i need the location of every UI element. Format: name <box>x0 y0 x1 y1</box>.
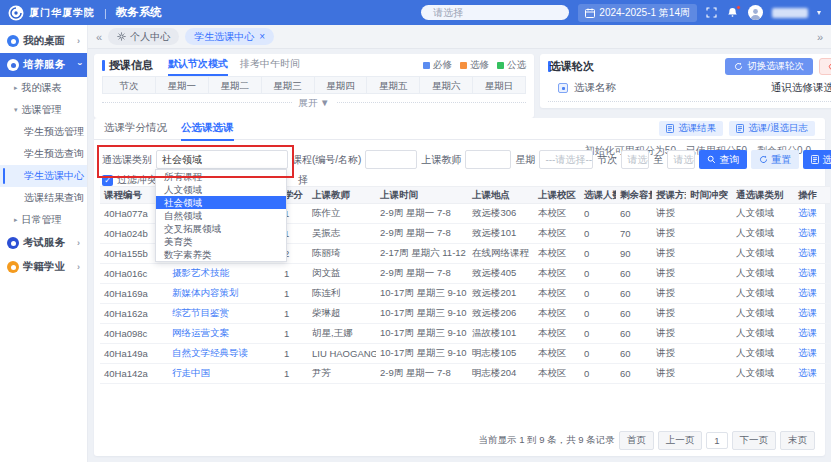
safe-exit-button[interactable]: 安全退出选课 <box>819 58 831 75</box>
course-name-link[interactable]: 行走中国 <box>172 367 210 378</box>
page-number-button[interactable]: 1 <box>706 432 727 449</box>
cell-上课教师: 胡星,王娜 <box>308 324 376 344</box>
cell-授课方式: 讲授 <box>652 284 686 304</box>
cell-上课地点: 明志楼204 <box>468 364 534 384</box>
term-week-indicator[interactable]: 2024-2025-1 第14周 <box>578 4 697 22</box>
selection-tab-选课学分情况[interactable]: 选课学分情况 <box>104 117 167 141</box>
course-name-link[interactable]: 网络运营文案 <box>172 327 229 338</box>
dropdown-option-交叉拓展领域[interactable]: 交叉拓展领域 <box>156 222 286 235</box>
select-course-link[interactable]: 选课 <box>798 267 817 278</box>
cell-学分: 1 <box>280 304 308 324</box>
dropdown-option-所有课程[interactable]: 所有课程 <box>156 170 286 183</box>
cell-上课校区: 本校区 <box>534 304 580 324</box>
sidebar-item-label: 我的课表 <box>22 81 62 95</box>
select-course-link[interactable]: 选课 <box>798 347 817 358</box>
selection-log-button[interactable]: 选课/退选日志 <box>729 121 815 136</box>
query-button[interactable]: 查询 <box>699 150 747 169</box>
expand-toggle[interactable]: 展开 ▼ <box>292 97 335 108</box>
dropdown-option-美育类[interactable]: 美育类 <box>156 235 286 248</box>
selection-result-button[interactable]: 选课结果 <box>659 121 723 136</box>
conflict-checkbox[interactable]: ✓ <box>102 175 113 186</box>
filter-row: 通选课类别 社会领域 课程(编号/名称) 上课教师 星期 ---请选择--- 节… <box>102 150 817 169</box>
sidebar-item-label: 选课管理 <box>22 103 62 117</box>
cell-上课地点: 致远楼201 <box>468 284 534 304</box>
select-course-link[interactable]: 选课 <box>798 207 817 218</box>
tab-学生选课中心[interactable]: 学生选课中心× <box>185 28 274 45</box>
dropdown-option-数字素养类[interactable]: 数字素养类 <box>156 248 286 261</box>
gear-icon <box>117 32 126 41</box>
sidebar-item-label: 学生选课中心 <box>24 169 84 183</box>
cell-选课人数: 0 <box>580 244 616 264</box>
sidebar-item-学籍学业[interactable]: 学籍学业› <box>0 255 87 279</box>
page-prev-button[interactable]: 上一页 <box>658 431 703 450</box>
select-course-link[interactable]: 选课 <box>798 327 817 338</box>
course-name-cell: 综艺节目鉴赏 <box>168 304 280 324</box>
course-input[interactable] <box>365 150 417 169</box>
dropdown-option-社会领域[interactable]: 社会领域 <box>156 196 286 209</box>
course-name-link[interactable]: 综艺节目鉴赏 <box>172 307 229 318</box>
select-course-link[interactable]: 选课 <box>798 247 817 258</box>
legend-swatch <box>423 62 430 69</box>
user-menu-caret-icon[interactable]: ▾ <box>817 8 821 17</box>
global-search-input[interactable]: 请选择 <box>421 5 569 20</box>
switch-round-button[interactable]: 切换选课轮次 <box>725 58 813 75</box>
cell-操作: 选课 <box>794 364 830 384</box>
topbar: 厦门华厦学院 | 教务系统 请选择 2024-2025-1 第14周 ▾ <box>0 0 831 25</box>
to-label: 至 <box>653 153 663 167</box>
reset-button[interactable]: 重置 <box>751 150 799 169</box>
sidebar-item-日常管理[interactable]: ▸日常管理 <box>0 209 87 231</box>
notification-bell-icon[interactable] <box>727 7 739 19</box>
sidebar-item-label: 我的桌面 <box>23 34 65 48</box>
course-name-link[interactable]: 摄影艺术技能 <box>172 267 229 278</box>
week-header-星期三: 星期三 <box>261 76 315 94</box>
tab-个人中心[interactable]: 个人中心 <box>108 28 179 45</box>
tab-close-icon[interactable]: × <box>259 31 265 42</box>
section-accent-bar <box>102 60 105 71</box>
cell-授课方式: 讲授 <box>652 304 686 324</box>
page-first-button[interactable]: 首页 <box>619 431 654 450</box>
teacher-input[interactable] <box>465 150 511 169</box>
select-course-link[interactable]: 选课 <box>798 287 817 298</box>
page-last-button[interactable]: 末页 <box>780 431 815 450</box>
select-course-link[interactable]: 选课 <box>798 367 817 378</box>
select-course-link[interactable]: 选课 <box>798 227 817 238</box>
teach-tab-默认节次模式[interactable]: 默认节次模式 <box>168 54 228 76</box>
section-from-select[interactable]: 请选择 <box>621 150 649 169</box>
sidebar-item-考试服务[interactable]: 考试服务› <box>0 231 87 255</box>
user-avatar[interactable] <box>748 5 763 20</box>
category-select[interactable]: 社会领域 <box>156 150 288 169</box>
course-name-link[interactable]: 新媒体内容策划 <box>172 287 239 298</box>
column-header-剩余容量: 剩余容量 <box>616 187 652 204</box>
select-course-link[interactable]: 选课 <box>798 307 817 318</box>
course-name-link[interactable]: 自然文学经典导读 <box>172 347 248 358</box>
fullscreen-icon[interactable] <box>706 7 718 19</box>
section-to-select[interactable]: 请选择 <box>667 150 695 169</box>
sidebar-item-我的课表[interactable]: ▸我的课表 <box>0 77 87 99</box>
cell-剩余容量: 60 <box>616 304 652 324</box>
cell-选课人数: 0 <box>580 224 616 244</box>
teach-tab-排考中午时间[interactable]: 排考中午时间 <box>240 54 300 76</box>
sidebar-item-选课管理[interactable]: ▾选课管理 <box>0 99 87 121</box>
sidebar-item-label: 学生预选管理 <box>24 125 84 139</box>
dropdown-option-人文领域[interactable]: 人文领域 <box>156 183 286 196</box>
notification-badge <box>736 5 741 10</box>
sidebar-group-icon <box>7 261 19 273</box>
sidebar-item-我的桌面[interactable]: 我的桌面› <box>0 29 87 53</box>
tabs-back-icon[interactable]: « <box>96 31 102 43</box>
sidebar-item-培养服务[interactable]: 培养服务› <box>0 53 87 77</box>
sidebar-item-学生预选管理[interactable]: 学生预选管理 <box>0 121 87 143</box>
selection-tab-公选课选课[interactable]: 公选课选课 <box>181 117 234 141</box>
cell-时间冲突 <box>686 324 732 344</box>
username-redacted[interactable] <box>772 8 808 18</box>
sidebar-item-学生选课中心[interactable]: 学生选课中心 <box>0 165 87 187</box>
page-next-button[interactable]: 下一页 <box>732 431 777 450</box>
sidebar-item-label: 选课结果查询 <box>24 191 84 205</box>
selection-rules-button[interactable]: 选课规则 <box>803 150 831 169</box>
week-select[interactable]: ---请选择--- <box>539 150 593 169</box>
sidebar-item-学生预选查询[interactable]: 学生预选查询 <box>0 143 87 165</box>
dropdown-option-自然领域[interactable]: 自然领域 <box>156 209 286 222</box>
tabs-forward-icon[interactable]: » <box>817 31 823 43</box>
cell-时间冲突 <box>686 264 732 284</box>
sidebar-item-选课结果查询[interactable]: 选课结果查询 <box>0 187 87 209</box>
open-tabs: 个人中心学生选课中心× <box>108 28 274 45</box>
